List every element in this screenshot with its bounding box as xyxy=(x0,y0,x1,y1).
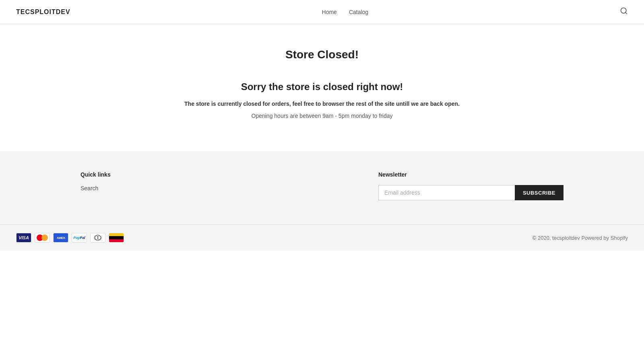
site-header: TECSPLOITDEV Home Catalog xyxy=(0,0,644,24)
copyright-text: © 2020, tecsploitdev Powered by Shopify xyxy=(533,235,628,241)
email-input[interactable] xyxy=(378,185,515,200)
opening-hours: Opening hours are between 9am - 5pm mond… xyxy=(8,113,636,119)
quick-links-section: Quick links Search xyxy=(80,171,378,200)
subscribe-button[interactable]: SUBSCRIBE xyxy=(515,185,564,200)
footer-upper: Quick links Search Newsletter SUBSCRIBE xyxy=(0,151,644,224)
amex-icon: AMEX xyxy=(53,233,68,243)
newsletter-form: SUBSCRIBE xyxy=(378,185,564,200)
main-content: Store Closed! Sorry the store is closed … xyxy=(0,24,644,151)
closed-description: The store is currently closed for orders… xyxy=(8,101,636,107)
newsletter-title: Newsletter xyxy=(378,171,564,178)
mastercard-icon xyxy=(35,233,50,243)
nav-catalog[interactable]: Catalog xyxy=(349,9,368,15)
nav-home[interactable]: Home xyxy=(322,9,337,15)
payment-icons: VISA AMEX PayPal xyxy=(16,233,124,243)
elo-icon xyxy=(109,233,124,243)
search-link[interactable]: Search xyxy=(80,185,98,191)
newsletter-section: Newsletter SUBSCRIBE xyxy=(378,171,564,200)
store-closed-title: Store Closed! xyxy=(8,48,636,61)
footer-lower: VISA AMEX PayPal © 2020, xyxy=(0,224,644,251)
quick-links-title: Quick links xyxy=(80,171,378,178)
search-icon[interactable] xyxy=(620,7,628,17)
main-nav: Home Catalog xyxy=(322,9,369,15)
site-logo[interactable]: TECSPLOITDEV xyxy=(16,8,70,16)
visa-icon: VISA xyxy=(16,233,31,243)
paypal-icon: PayPal xyxy=(72,233,87,243)
sorry-heading: Sorry the store is closed right now! xyxy=(8,81,636,93)
svg-line-1 xyxy=(625,12,627,14)
below-fold xyxy=(0,251,644,343)
diners-icon xyxy=(90,233,105,243)
